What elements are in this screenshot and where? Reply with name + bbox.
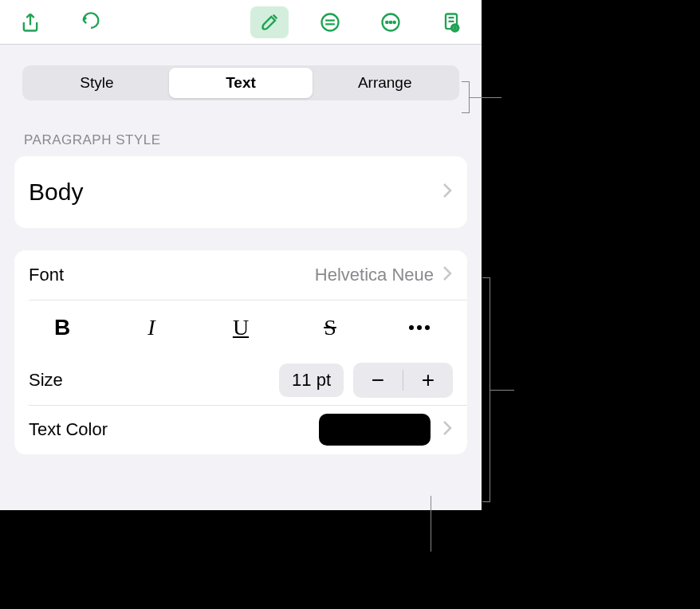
font-row[interactable]: Font Helvetica Neue	[14, 250, 467, 300]
style-buttons-row: B I U S	[14, 300, 467, 356]
bold-button[interactable]: B	[18, 315, 107, 340]
svg-point-0	[322, 14, 339, 30]
paragraph-style-card: Body	[14, 156, 467, 228]
text-color-row[interactable]: Text Color	[14, 405, 467, 454]
text-more-button[interactable]	[375, 325, 464, 330]
chevron-right-icon	[442, 419, 453, 440]
size-increase-button[interactable]: +	[403, 367, 453, 393]
text-color-label: Text Color	[29, 419, 108, 440]
underline-button[interactable]: U	[196, 315, 285, 340]
format-tabs: Style Text Arrange	[22, 65, 459, 100]
format-button[interactable]	[250, 6, 289, 38]
svg-point-2	[386, 21, 387, 22]
callout-bracket	[462, 81, 470, 113]
tab-text[interactable]: Text	[169, 68, 313, 98]
more-button[interactable]	[372, 6, 410, 38]
svg-point-4	[394, 21, 395, 22]
paragraph-style-header: Paragraph Style	[14, 115, 467, 156]
tab-style[interactable]: Style	[25, 68, 169, 98]
top-toolbar	[0, 0, 482, 45]
paragraph-style-value: Body	[29, 179, 83, 206]
chevron-right-icon	[442, 265, 453, 285]
undo-icon	[80, 11, 102, 33]
share-button[interactable]	[11, 6, 49, 38]
size-row: Size 11 pt − +	[14, 356, 467, 405]
chevron-right-icon	[442, 182, 453, 202]
share-icon	[19, 11, 41, 33]
font-value: Helvetica Neue	[315, 265, 434, 285]
insert-icon	[319, 11, 341, 33]
callout-line	[470, 97, 501, 98]
strikethrough-button[interactable]: S	[285, 315, 375, 340]
document-settings-button[interactable]	[432, 6, 470, 38]
ellipsis-icon	[409, 325, 430, 330]
text-attributes-card: Font Helvetica Neue B I U S Size 11 pt	[14, 250, 467, 454]
more-icon	[379, 11, 402, 33]
size-label: Size	[29, 370, 63, 391]
paragraph-style-row[interactable]: Body	[14, 156, 467, 228]
callout-line	[490, 390, 514, 391]
svg-point-8	[454, 26, 456, 28]
insert-button[interactable]	[311, 6, 349, 38]
font-label: Font	[29, 265, 64, 285]
paintbrush-icon	[258, 11, 281, 33]
size-value[interactable]: 11 pt	[279, 363, 344, 397]
text-color-swatch[interactable]	[319, 414, 431, 446]
format-panel: Style Text Arrange Paragraph Style Body …	[0, 0, 482, 510]
size-decrease-button[interactable]: −	[353, 367, 403, 393]
undo-button[interactable]	[72, 6, 110, 38]
tab-arrange[interactable]: Arrange	[313, 68, 457, 98]
callout-line	[431, 496, 431, 552]
svg-point-3	[390, 21, 391, 22]
callout-bracket	[482, 277, 490, 502]
document-icon	[440, 11, 462, 33]
size-stepper: − +	[353, 363, 453, 398]
italic-button[interactable]: I	[107, 315, 196, 340]
